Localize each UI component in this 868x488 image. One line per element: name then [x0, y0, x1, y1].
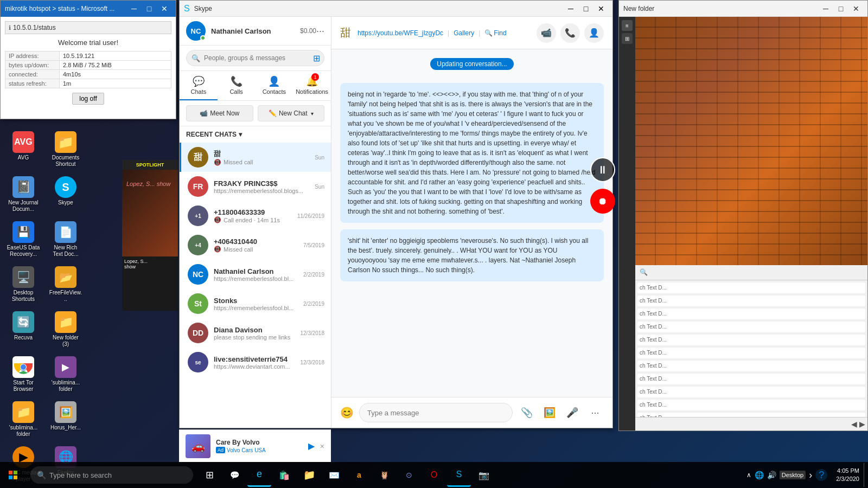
icon-start-tor[interactable]: ▶ 'sublimina... folder: [47, 354, 85, 395]
icon-recuva[interactable]: 🔄 Recuva: [4, 309, 42, 350]
show-hidden-icons[interactable]: ∧: [746, 471, 751, 479]
more-actions-button[interactable]: ···: [586, 404, 604, 421]
chat-item-phone2[interactable]: +4 +4064310440 📵 Missed call 7/5/2019: [180, 230, 331, 260]
chat-time-tian: Sun: [315, 155, 324, 160]
tab-contacts[interactable]: 👤 Contacts: [256, 71, 293, 100]
logoff-button[interactable]: log off: [72, 93, 104, 105]
record-button[interactable]: ⏺: [590, 189, 615, 214]
chat-item-stonks[interactable]: St Stonks https://rememeberlessfool.bl..…: [180, 289, 331, 318]
chat-item-nathaniel[interactable]: NC Nathaniel Carlson https://rememeberle…: [180, 260, 331, 289]
chat-header-info: https://youtu.be/WFE_jIzgyDc | Gallery |…: [358, 29, 530, 37]
tab-calls[interactable]: 📞 Calls: [218, 71, 256, 100]
gallery-link[interactable]: Gallery: [454, 29, 474, 37]
video-call-button[interactable]: 📹: [537, 23, 556, 43]
icon-chrome[interactable]: Start Tor Browser: [4, 354, 42, 395]
meet-now-icon: 📹: [200, 110, 208, 117]
taskbar-ie-button[interactable]: e: [247, 463, 271, 487]
scroll-left-icon[interactable]: ◀: [851, 420, 857, 428]
chat-item-freaky[interactable]: FR FR3AKY PRINC3$$ https://rememeberless…: [180, 172, 331, 201]
image-button[interactable]: 🖼️: [541, 404, 558, 421]
ad-thumbnail: 🚗: [186, 434, 210, 458]
tab-chats[interactable]: 💬 Chats: [180, 71, 218, 100]
icon-rich-text[interactable]: 📄 New Rich Text Doc...: [47, 219, 85, 260]
attachment-button[interactable]: 📎: [518, 404, 535, 421]
skype-close-button[interactable]: ✕: [594, 3, 608, 15]
icon-horus[interactable]: 🖼️ Horus_Her...: [47, 399, 85, 440]
tab-notifications[interactable]: 1 🔔 Notifications: [293, 71, 331, 100]
skype-maximize-button[interactable]: □: [579, 3, 593, 15]
new-chat-button[interactable]: ✏️ New Chat ▾: [258, 105, 325, 121]
icon-sublimina[interactable]: 📁 'sublimina... folder: [4, 399, 42, 440]
chevron-right-icon[interactable]: ›: [809, 470, 812, 481]
taskbar-tripadvisor-button[interactable]: 🦉: [372, 463, 396, 487]
audio-button[interactable]: 🎤: [564, 404, 581, 421]
chat-item-phone1[interactable]: +1 +118004633339 📵 Call ended · 14m 11s …: [180, 201, 331, 230]
ad-play-button[interactable]: ▶: [308, 441, 315, 451]
taskbar-opera-button[interactable]: O: [422, 463, 446, 487]
desktop-label[interactable]: Desktop: [780, 471, 806, 479]
more-options-icon[interactable]: ···: [316, 25, 324, 37]
skype-minimize-button[interactable]: ─: [564, 3, 578, 15]
taskbar-mail-button[interactable]: ✉️: [322, 463, 346, 487]
url-bar[interactable]: ℹ 10.5.0.1/status: [5, 21, 171, 34]
search-input[interactable]: [186, 50, 324, 66]
scroll-right-icon[interactable]: ▶: [859, 420, 865, 428]
volume-icon[interactable]: 🔊: [767, 471, 776, 479]
emoji-button[interactable]: 😊: [340, 406, 354, 419]
taskbar-store-button[interactable]: 🛍️: [272, 463, 296, 487]
calls-label: Calls: [229, 88, 242, 95]
task-view-button[interactable]: ⊞: [197, 463, 221, 487]
pause-button[interactable]: ⏸: [590, 157, 615, 182]
icon-skype[interactable]: S Skype: [47, 174, 85, 215]
taskbar-explorer-button[interactable]: 📁: [297, 463, 321, 487]
meet-now-button[interactable]: 📹 Meet Now: [186, 105, 253, 121]
sidebar-icon-2[interactable]: ⊞: [622, 33, 633, 44]
help-icon[interactable]: ?: [815, 469, 827, 481]
icon-desktop-shortcuts[interactable]: 🖥️ Desktop Shortcuts: [4, 264, 42, 305]
sidebar-icon-1[interactable]: ≡: [622, 20, 633, 31]
chat-item-tian[interactable]: 甜 甜 📵 Missed call Sun: [180, 143, 331, 172]
youtube-link[interactable]: https://youtu.be/WFE_jIzgyDc: [358, 29, 443, 37]
table-row: status refresh: 1m: [5, 79, 171, 88]
taskbar-camera-button[interactable]: 📷: [472, 463, 496, 487]
minimize-button[interactable]: ─: [127, 3, 141, 15]
taskbar-search[interactable]: 🔍 Type here to search: [30, 466, 193, 484]
right-search-input[interactable]: [640, 268, 863, 276]
close-button[interactable]: ✕: [157, 3, 171, 15]
right-close-btn[interactable]: ✕: [849, 3, 863, 15]
taskbar-skype-button[interactable]: S: [447, 463, 471, 487]
right-maximize-btn[interactable]: □: [834, 3, 848, 15]
add-person-button[interactable]: 👤: [584, 23, 604, 43]
network-icon[interactable]: 🌐: [755, 471, 764, 479]
ad-close-button[interactable]: ×: [320, 442, 324, 451]
chat-name-sensitive: live:sensitiveterrie754: [214, 355, 301, 363]
icon-easeus[interactable]: 💾 EaseUS Data Recovery...: [4, 219, 42, 260]
maximize-button[interactable]: □: [142, 3, 156, 15]
svg-rect-4: [9, 471, 12, 474]
taskbar-clock[interactable]: 4:05 PM 2/3/2020: [832, 467, 864, 484]
taskbar-discord-button[interactable]: ⊙: [397, 463, 421, 487]
taskbar-cortana-button[interactable]: 💬: [222, 463, 246, 487]
chat-header-emoji: 甜: [340, 25, 351, 40]
icon-avg[interactable]: AVG AVG: [4, 129, 42, 170]
icon-new-folder-label: New folder (3): [49, 335, 82, 348]
icon-new-journal[interactable]: 📓 New Journal Docum...: [4, 174, 42, 215]
skype-search-area: 🔍 ⊞: [180, 46, 331, 71]
icon-easeus-label: EaseUS Data Recovery...: [7, 245, 40, 258]
chat-item-sensitive[interactable]: se live:sensitiveterrie754 https://www.d…: [180, 348, 331, 377]
apps-icon[interactable]: ⊞: [313, 53, 320, 63]
icon-freefileview[interactable]: 📂 FreeFileView...: [47, 264, 85, 305]
show-desktop-button[interactable]: [864, 463, 868, 487]
find-link[interactable]: 🔍 Find: [484, 29, 506, 37]
icon-documents-shortcut[interactable]: 📁 Documents Shortcut: [47, 129, 85, 170]
skype-username: Nathaniel Carlson: [211, 27, 300, 35]
recent-chats-header[interactable]: RECENT CHATS ▾: [180, 126, 331, 143]
start-button[interactable]: [0, 462, 26, 488]
message-input[interactable]: [359, 403, 513, 422]
taskbar-amazon-button[interactable]: a: [347, 463, 371, 487]
icon-new-folder[interactable]: 📁 New folder (3): [47, 309, 85, 350]
audio-call-button[interactable]: 📞: [560, 23, 580, 43]
chat-preview-sensitive: https://www.deviantart.com...: [214, 363, 301, 370]
chat-item-diana[interactable]: DD Diana Davison please stop sending me …: [180, 318, 331, 348]
right-minimize-btn[interactable]: ─: [819, 3, 833, 15]
